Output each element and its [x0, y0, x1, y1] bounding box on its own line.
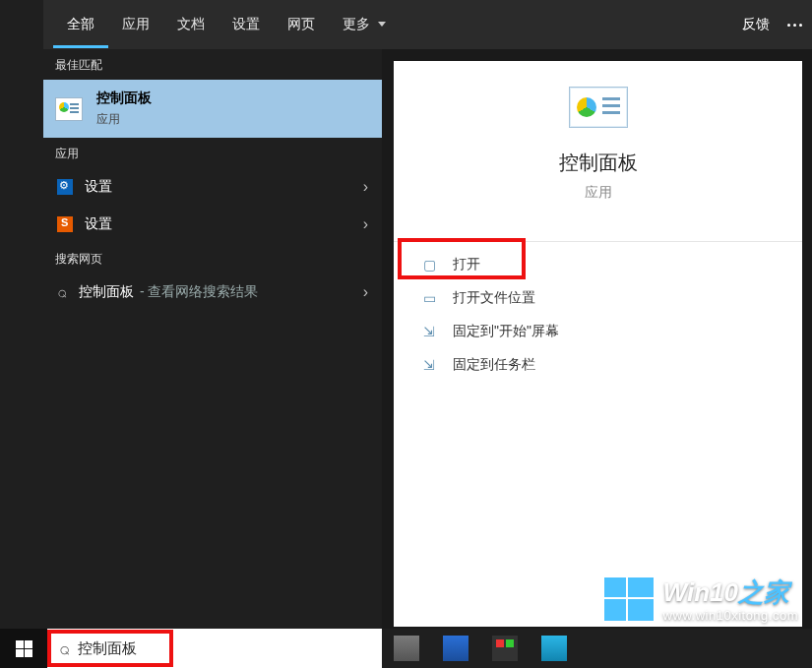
action-label: 固定到"开始"屏幕	[453, 323, 559, 340]
gear-icon	[57, 216, 73, 232]
search-filter-bar: 全部 应用 文档 设置 网页 更多 反馈	[43, 0, 812, 49]
detail-subtitle: 应用	[585, 184, 612, 202]
app-result-label: 设置	[85, 215, 112, 233]
chevron-right-icon: ›	[363, 283, 368, 301]
taskbar-app-4[interactable]	[530, 629, 579, 668]
best-match-title: 控制面板	[96, 90, 152, 107]
more-options-icon[interactable]	[787, 24, 802, 27]
control-panel-icon	[55, 97, 83, 121]
taskbar-pinned-apps	[382, 629, 579, 668]
windows-logo-icon	[604, 577, 654, 621]
section-apps: 应用	[43, 138, 382, 168]
gear-icon	[57, 179, 73, 195]
app-result-settings-2[interactable]: 设置 ›	[43, 206, 382, 243]
chevron-right-icon: ›	[363, 215, 368, 233]
detail-actions: ▢ 打开 ▭ 打开文件位置 ⇲ 固定到"开始"屏幕 ⇲ 固定到任务栏	[394, 242, 802, 388]
web-suffix: - 查看网络搜索结果	[136, 283, 258, 299]
tab-web[interactable]: 网页	[274, 2, 329, 48]
action-label: 打开文件位置	[453, 289, 535, 307]
taskbar-search[interactable]: ⌕	[47, 629, 382, 668]
section-best-match: 最佳匹配	[43, 49, 382, 80]
search-input[interactable]	[78, 629, 382, 668]
detail-title: 控制面板	[559, 150, 638, 176]
feedback-link[interactable]: 反馈	[742, 16, 770, 33]
result-detail-panel: 控制面板 应用 ▢ 打开 ▭ 打开文件位置 ⇲ 固定到"开始"屏幕 ⇲ 固定到任…	[394, 61, 802, 627]
watermark-brand-a: Win10	[663, 577, 738, 607]
chevron-right-icon: ›	[363, 178, 368, 196]
taskbar: ⌕	[0, 629, 812, 668]
web-term: 控制面板	[79, 283, 134, 299]
action-label: 打开	[453, 256, 480, 273]
action-open[interactable]: ▢ 打开	[394, 248, 802, 281]
windows-logo-icon	[16, 640, 32, 657]
watermark-brand-b: 之家	[738, 577, 789, 607]
section-web: 搜索网页	[43, 243, 382, 273]
tab-settings[interactable]: 设置	[219, 2, 274, 48]
best-match-item[interactable]: 控制面板 应用	[43, 80, 382, 138]
taskbar-app-2[interactable]	[431, 629, 480, 668]
taskbar-app-1[interactable]	[382, 629, 431, 668]
pin-start-icon: ⇲	[421, 324, 437, 339]
open-icon: ▢	[421, 257, 437, 273]
web-search-result[interactable]: 控制面板 - 查看网络搜索结果 ›	[43, 273, 382, 311]
watermark: Win10之家 www.win10xitong.com	[604, 576, 798, 623]
control-panel-icon	[569, 87, 628, 128]
tab-all[interactable]: 全部	[53, 2, 108, 48]
best-match-subtitle: 应用	[96, 111, 152, 128]
search-results-panel: 最佳匹配 控制面板 应用 应用 设置 › 设置 › 搜索网页 控制面板 - 查看…	[43, 49, 382, 629]
tab-more-label: 更多	[343, 16, 370, 33]
action-label: 固定到任务栏	[453, 356, 535, 374]
app-result-settings-1[interactable]: 设置 ›	[43, 168, 382, 206]
pin-taskbar-icon: ⇲	[421, 357, 437, 373]
tab-more[interactable]: 更多	[329, 2, 400, 48]
start-button[interactable]	[0, 629, 47, 668]
tab-documents[interactable]: 文档	[163, 2, 219, 48]
action-pin-taskbar[interactable]: ⇲ 固定到任务栏	[394, 348, 802, 382]
chevron-down-icon	[378, 22, 386, 27]
action-open-file-location[interactable]: ▭ 打开文件位置	[394, 281, 802, 315]
tab-apps[interactable]: 应用	[108, 2, 163, 48]
taskbar-app-3[interactable]	[480, 629, 530, 668]
action-pin-start[interactable]: ⇲ 固定到"开始"屏幕	[394, 315, 802, 348]
app-result-label: 设置	[85, 178, 112, 196]
watermark-url: www.win10xitong.com	[663, 608, 798, 623]
start-left-strip	[0, 0, 43, 629]
search-icon: ⌕	[59, 638, 70, 659]
folder-icon: ▭	[421, 290, 437, 306]
search-icon	[57, 283, 67, 301]
